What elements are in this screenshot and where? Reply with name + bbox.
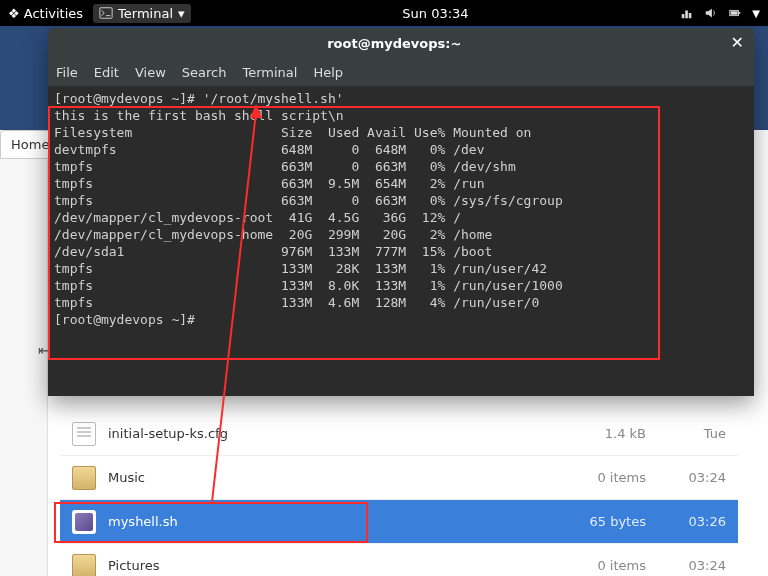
activities-button[interactable]: ❖ Activities bbox=[8, 6, 83, 21]
file-size: 65 bytes bbox=[556, 514, 646, 529]
terminal-output[interactable]: [root@mydevops ~]# '/root/myshell.sh' th… bbox=[48, 86, 754, 396]
power-icon[interactable]: ▼ bbox=[752, 8, 760, 19]
battery-icon[interactable] bbox=[728, 6, 742, 20]
app-menu-terminal[interactable]: Terminal ▾ bbox=[93, 4, 190, 23]
svg-rect-0 bbox=[100, 8, 112, 19]
menu-help[interactable]: Help bbox=[313, 65, 343, 80]
file-date: 03:24 bbox=[666, 470, 726, 485]
file-date: 03:24 bbox=[666, 558, 726, 573]
doc-icon bbox=[72, 422, 96, 446]
menu-view[interactable]: View bbox=[135, 65, 166, 80]
terminal-window: root@mydevops:~ ✕ FileEditViewSearchTerm… bbox=[48, 28, 754, 396]
file-row-Music[interactable]: Music0 items03:24 bbox=[60, 456, 738, 500]
folder-icon bbox=[72, 554, 96, 577]
file-name: Music bbox=[108, 470, 556, 485]
network-icon[interactable] bbox=[680, 6, 694, 20]
menu-file[interactable]: File bbox=[56, 65, 78, 80]
file-name: myshell.sh bbox=[108, 514, 556, 529]
terminal-titlebar[interactable]: root@mydevops:~ ✕ bbox=[48, 28, 754, 58]
file-name: Pictures bbox=[108, 558, 556, 573]
script-icon bbox=[72, 510, 96, 534]
folder-icon bbox=[72, 466, 96, 490]
terminal-menubar: FileEditViewSearchTerminalHelp bbox=[48, 58, 754, 86]
file-row-initial-setup-ks-cfg[interactable]: initial-setup-ks.cfg1.4 kBTue bbox=[60, 412, 738, 456]
menu-edit[interactable]: Edit bbox=[94, 65, 119, 80]
file-list: initial-setup-ks.cfg1.4 kBTueMusic0 item… bbox=[60, 412, 738, 576]
volume-icon[interactable] bbox=[704, 6, 718, 20]
file-size: 1.4 kB bbox=[556, 426, 646, 441]
menu-terminal[interactable]: Terminal bbox=[242, 65, 297, 80]
file-date: Tue bbox=[666, 426, 726, 441]
file-name: initial-setup-ks.cfg bbox=[108, 426, 556, 441]
file-date: 03:26 bbox=[666, 514, 726, 529]
gnome-top-panel: ❖ Activities Terminal ▾ Sun 03:34 ▼ bbox=[0, 0, 768, 26]
svg-rect-3 bbox=[731, 11, 738, 15]
clock[interactable]: Sun 03:34 bbox=[191, 6, 681, 21]
file-row-Pictures[interactable]: Pictures0 items03:24 bbox=[60, 544, 738, 576]
file-size: 0 items bbox=[556, 470, 646, 485]
menu-search[interactable]: Search bbox=[182, 65, 227, 80]
file-row-myshell-sh[interactable]: myshell.sh65 bytes03:26 bbox=[60, 500, 738, 544]
window-title: root@mydevops:~ bbox=[58, 36, 731, 51]
svg-rect-2 bbox=[739, 12, 741, 14]
file-size: 0 items bbox=[556, 558, 646, 573]
close-icon[interactable]: ✕ bbox=[731, 35, 744, 51]
terminal-icon bbox=[99, 6, 113, 20]
